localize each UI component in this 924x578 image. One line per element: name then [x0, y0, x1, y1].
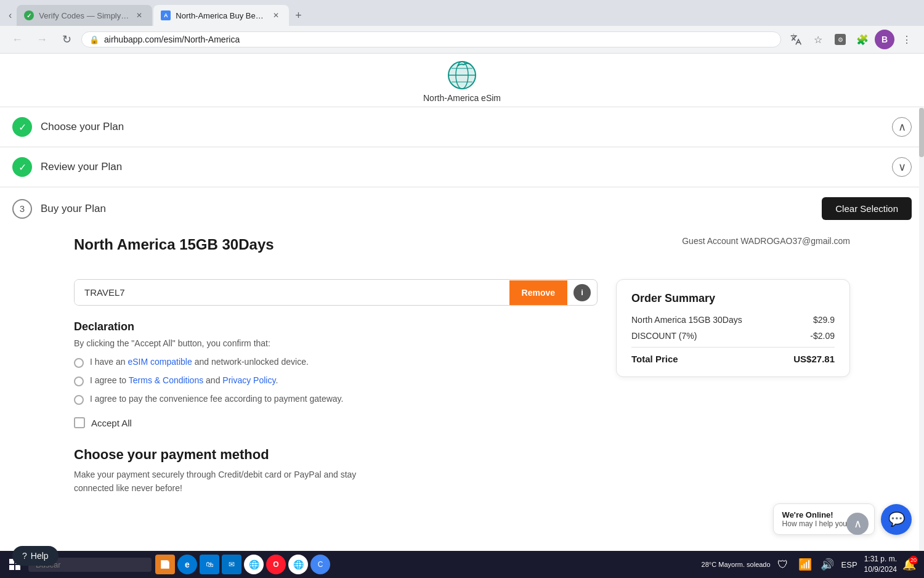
order-discount-row: DISCOUNT (7%) -$2.09 — [631, 331, 835, 341]
puzzle-icon[interactable]: 🧩 — [853, 30, 872, 49]
scrollbar[interactable] — [919, 108, 924, 551]
taskbar-app-chrome[interactable]: 🌐 — [244, 555, 264, 574]
declaration-item-3: I agree to pay the convenience fee accor… — [74, 394, 598, 405]
address-bar[interactable]: 🔒 airhubapp.com/esim/North-America — [81, 31, 781, 47]
profile-button[interactable]: B — [875, 30, 894, 49]
step-2-label: Review your Plan — [41, 161, 892, 173]
taskbar-network-icon[interactable]: 📶 — [795, 555, 815, 574]
order-product-row: North America 15GB 30Days $29.9 — [631, 315, 835, 325]
order-discount-label: DISCOUNT (7%) — [631, 331, 697, 341]
help-icon: ? — [22, 551, 27, 561]
step-2-row[interactable]: ✓ Review your Plan ∨ — [0, 147, 924, 187]
taskbar-app-opera[interactable]: O — [266, 555, 286, 574]
order-total-value: US$27.81 — [793, 354, 835, 364]
taskbar-volume-icon[interactable]: 🔊 — [817, 555, 837, 574]
guest-account: Guest Account WADROGAO37@gmail.com — [682, 236, 850, 246]
tab-2-close[interactable]: ✕ — [270, 10, 282, 21]
step-3-number: 3 — [12, 199, 32, 219]
radio-terms[interactable] — [74, 377, 84, 386]
payment-section: Choose your payment method Make your pay… — [62, 428, 862, 508]
reload-button[interactable]: ↻ — [57, 30, 76, 49]
tab-2-favicon: A — [161, 10, 171, 20]
menu-icon[interactable]: ⋮ — [897, 30, 917, 49]
step-1-row[interactable]: ✓ Choose your Plan ∧ — [0, 107, 924, 147]
taskbar-app-mail[interactable]: ✉ — [222, 555, 241, 574]
forward-button[interactable]: → — [32, 30, 52, 49]
clear-selection-button[interactable]: Clear Selection — [822, 197, 912, 220]
tab-2-title: North-America Buy Best eSIM f... — [176, 11, 265, 20]
step-1-chevron-icon[interactable]: ∧ — [892, 117, 912, 137]
translate-icon[interactable] — [786, 30, 806, 49]
payment-title: Choose your payment method — [74, 447, 850, 463]
order-summary: Order Summary North America 15GB 30Days … — [616, 279, 850, 377]
taskbar-app-chrome2[interactable]: 🌐 — [288, 555, 308, 574]
address-bar-row: ← → ↻ 🔒 airhubapp.com/esim/North-America… — [0, 26, 924, 53]
chat-open-button[interactable]: 💬 — [881, 504, 912, 535]
bookmark-icon[interactable]: ☆ — [808, 30, 828, 49]
back-button[interactable]: ← — [7, 30, 27, 49]
info-icon[interactable]: i — [573, 284, 591, 301]
notification-badge: 20 — [909, 556, 918, 564]
remove-coupon-button[interactable]: Remove — [509, 280, 567, 305]
address-lock-icon: 🔒 — [89, 35, 99, 44]
radio-fee[interactable] — [74, 395, 84, 405]
declaration-title: Declaration — [74, 320, 598, 333]
taskbar-security-icon[interactable]: 🛡 — [773, 555, 793, 574]
taskbar-clock[interactable]: 1:31 p. m. 10/9/2024 — [864, 554, 897, 575]
tab-1[interactable]: ✓ Verify Codes — SimplyCodes ✕ — [17, 5, 152, 26]
coupon-input[interactable] — [75, 280, 509, 305]
declaration-description: By clicking the "Accept All" button, you… — [74, 338, 598, 348]
tab-1-title: Verify Codes — SimplyCodes — [39, 11, 129, 20]
decl-text-2: I agree to Terms & Conditions and Privac… — [90, 375, 278, 385]
weather-display: 28°C Mayorm. soleado — [702, 561, 771, 568]
esim-compatible-link[interactable]: eSIM compatible — [128, 357, 192, 367]
browser-chrome: ‹ ✓ Verify Codes — SimplyCodes ✕ A North… — [0, 0, 924, 54]
payment-description: Make your payment securely through Credi… — [74, 468, 850, 495]
svg-rect-9 — [15, 565, 20, 570]
accept-all-row: Accept All — [74, 417, 598, 428]
accept-all-checkbox[interactable] — [74, 417, 85, 428]
order-product-name: North America 15GB 30Days — [631, 315, 742, 325]
decl-text-3: I agree to pay the convenience fee accor… — [90, 394, 343, 404]
step-3-row[interactable]: 3 Buy your Plan Clear Selection — [0, 187, 924, 230]
help-label: Help — [31, 551, 49, 561]
taskbar-app-store[interactable]: 🛍 — [200, 555, 219, 574]
taskbar-app-edge[interactable]: e — [177, 555, 197, 574]
radio-esim-compatible[interactable] — [74, 358, 84, 368]
declaration-item-2: I agree to Terms & Conditions and Privac… — [74, 375, 598, 386]
tab-scroll-left[interactable]: ‹ — [5, 7, 15, 23]
terms-link[interactable]: Terms & Conditions — [129, 375, 203, 385]
taskbar-app-chromium[interactable]: C — [310, 555, 330, 574]
taskbar-app-files[interactable] — [155, 555, 175, 574]
order-divider — [631, 347, 835, 348]
step-2-chevron-icon[interactable]: ∨ — [892, 157, 912, 177]
logo-globe-icon — [447, 60, 477, 91]
declaration-item-1: I have an eSIM compatible and network-un… — [74, 357, 598, 368]
plan-title: North America 15GB 30Days — [74, 236, 274, 253]
tab-1-favicon: ✓ — [24, 10, 34, 20]
order-summary-title: Order Summary — [631, 292, 835, 305]
toolbar-icons: ☆ ⚙ 🧩 B ⋮ — [786, 30, 917, 49]
taskbar-apps: e 🛍 ✉ 🌐 O 🌐 C — [155, 555, 330, 574]
plan-top-row: North America 15GB 30Days Guest Account … — [62, 230, 862, 267]
order-product-price: $29.9 — [813, 315, 835, 325]
decl-text-1: I have an eSIM compatible and network-un… — [90, 357, 309, 367]
taskbar-time-display: 1:31 p. m. — [864, 554, 897, 564]
tab-1-close[interactable]: ✕ — [134, 10, 145, 21]
plan-left: Remove i Declaration By clicking the "Ac… — [74, 279, 598, 428]
step-1-label: Choose your Plan — [41, 121, 892, 133]
tab-2[interactable]: A North-America Buy Best eSIM f... ✕ — [153, 5, 289, 26]
taskbar: e 🛍 ✉ 🌐 O 🌐 C 28°C Mayorm. soleado 🛡 📶 🔊… — [0, 551, 924, 578]
add-tab-button[interactable]: + — [290, 7, 307, 25]
privacy-link[interactable]: Privacy Policy — [222, 375, 275, 385]
accept-all-label: Accept All — [91, 418, 132, 428]
scrollbar-thumb[interactable] — [919, 108, 924, 157]
scroll-top-button[interactable]: ∧ — [846, 513, 869, 535]
help-button[interactable]: ? Help — [12, 546, 59, 566]
order-discount-value: -$2.09 — [810, 331, 835, 341]
extensions-icon[interactable]: ⚙ — [830, 30, 850, 49]
order-total-row: Total Price US$27.81 — [631, 354, 835, 364]
taskbar-keyboard-icon[interactable]: ESP — [840, 555, 859, 574]
coupon-row: Remove i — [74, 279, 598, 306]
taskbar-notifications[interactable]: 🔔 20 — [899, 555, 919, 574]
